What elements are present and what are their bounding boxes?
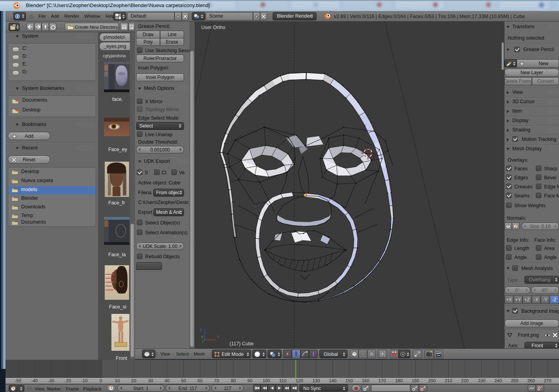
- svg-text:z: z: [200, 327, 202, 332]
- svg-text:x: x: [217, 334, 219, 339]
- svg-text:y: y: [201, 334, 204, 339]
